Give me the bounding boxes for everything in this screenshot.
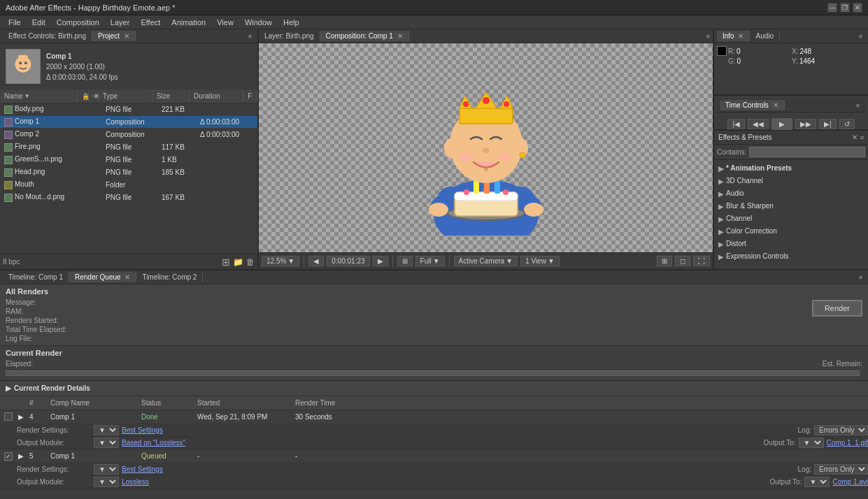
ep-expression-controls[interactable]: ▶ Expression Controls	[716, 249, 867, 262]
effects-presets-search-input[interactable]	[749, 147, 865, 157]
menu-view[interactable]: View	[211, 17, 239, 28]
effects-presets-close[interactable]: ✕	[852, 133, 858, 141]
new-folder-button[interactable]: 📁	[233, 257, 243, 267]
log-select-4[interactable]: Errors Only	[814, 425, 868, 435]
ep-3d-channel[interactable]: ▶ 3D Channel	[716, 174, 867, 187]
tab-project[interactable]: Project ✕	[92, 31, 136, 41]
table-row[interactable]: Head.png PNG file 185 KB	[0, 166, 257, 179]
table-row[interactable]: No Mout...d.png PNG file 167 KB	[0, 191, 257, 204]
table-row[interactable]: Body.png PNG file 221 KB	[0, 103, 257, 116]
table-row[interactable]: Fire.png PNG file 117 KB	[0, 141, 257, 154]
tab-layer[interactable]: Layer: Birth.png	[259, 31, 320, 41]
camera-dropdown[interactable]: Active Camera ▼	[454, 256, 518, 266]
tab-timeline-comp1[interactable]: Timeline: Comp 1	[3, 272, 69, 282]
output-module-link-4[interactable]: Based on "Lossless"	[122, 439, 185, 447]
tab-timeline-comp2[interactable]: Timeline: Comp 2	[136, 272, 203, 282]
table-row[interactable]: Comp 2 Composition Δ 0:00:03:00	[0, 129, 257, 141]
render-button[interactable]: Render	[812, 300, 862, 317]
table-row[interactable]: Mouth Folder	[0, 179, 257, 191]
time-controls-close[interactable]: ✕	[773, 101, 778, 109]
expand-row-5[interactable]: ▶	[18, 452, 24, 460]
effects-presets-menu[interactable]: ≡	[860, 134, 864, 141]
expand-row-4[interactable]: ▶	[18, 413, 24, 421]
panel-menu-icon[interactable]: ≡	[246, 33, 255, 40]
output-to-select-4[interactable]: ▼	[799, 437, 824, 448]
render-queue-close[interactable]: ✕	[124, 273, 130, 281]
tc-play[interactable]: ▶	[771, 118, 792, 130]
delete-item-button[interactable]: 🗑	[246, 257, 255, 267]
render-settings-link-5[interactable]: Best Settings	[122, 465, 163, 473]
menu-effect[interactable]: Effect	[135, 17, 166, 28]
add-item-button[interactable]: ⊞	[222, 256, 230, 268]
render-details-header[interactable]: ▶ Current Render Details	[0, 381, 868, 396]
menu-file[interactable]: File	[3, 17, 27, 28]
log-select-5[interactable]: Errors Only	[814, 464, 868, 475]
ep-channel[interactable]: ▶ Channel	[716, 212, 867, 224]
render-settings-select-4[interactable]: ▼	[94, 425, 119, 435]
render-settings-select-5[interactable]: ▼	[94, 464, 119, 475]
composition-viewer[interactable]	[259, 43, 713, 252]
tab-audio[interactable]: Audio	[750, 31, 780, 41]
restore-button[interactable]: ❐	[840, 3, 850, 13]
info-tab-close[interactable]: ✕	[738, 32, 744, 40]
tc-loop[interactable]: ↺	[839, 119, 855, 129]
ep-color-correction[interactable]: ▶ Color Correction	[716, 224, 867, 237]
project-tab-close[interactable]: ✕	[124, 32, 129, 40]
timecode-display[interactable]: 0:00:01:23	[327, 256, 369, 266]
col-started[interactable]: Started	[193, 398, 291, 407]
snap-button[interactable]: ⊞	[397, 256, 413, 266]
prev-frame-button[interactable]: ◀	[308, 256, 324, 266]
output-module-select-5[interactable]: ▼	[94, 477, 119, 487]
col-header-name[interactable]: Name ▼	[0, 91, 78, 101]
full-screen-button[interactable]: ⛶	[693, 256, 710, 266]
ep-audio[interactable]: ▶ Audio	[716, 187, 867, 199]
col-render-time[interactable]: Render Time	[291, 398, 361, 407]
output-to-link-4[interactable]: Comp 1_1.gif	[827, 439, 868, 447]
tc-next-frame[interactable]: ▶▶	[795, 119, 816, 129]
tab-render-queue[interactable]: Render Queue ✕	[69, 272, 136, 282]
menu-window[interactable]: Window	[239, 17, 278, 28]
next-frame-button[interactable]: ▶	[373, 256, 388, 266]
render-row-4[interactable]: ▶ 4 Comp 1 Done Wed, Sep 21, 8:09 PM 30 …	[0, 410, 868, 424]
views-dropdown[interactable]: 1 View ▼	[520, 256, 560, 266]
ep-animation-presets[interactable]: ▶ * Animation Presets	[716, 161, 867, 174]
output-module-link-5[interactable]: Lossless	[122, 478, 149, 486]
tab-effects-controls[interactable]: Effect Controls: Birth.png	[3, 31, 92, 41]
close-button[interactable]: ✕	[853, 3, 862, 13]
menu-animation[interactable]: Animation	[166, 17, 211, 28]
col-status[interactable]: Status	[137, 398, 193, 407]
render-check-5[interactable]	[4, 452, 13, 461]
col-header-type[interactable]: Type	[99, 91, 152, 101]
time-controls-menu[interactable]: ≡	[853, 102, 862, 109]
tab-composition[interactable]: Composition: Comp 1 ✕	[320, 31, 409, 41]
minimize-button[interactable]: —	[827, 3, 837, 13]
table-row[interactable]: GreenS...n.png PNG file 1 KB	[0, 154, 257, 166]
render-row-5[interactable]: ▶ 5 Comp 1 Queued - -	[0, 449, 868, 463]
tab-info[interactable]: Info ✕	[717, 31, 750, 41]
col-header-duration[interactable]: Duration	[190, 91, 243, 101]
output-to-select-5[interactable]: ▼	[804, 477, 830, 487]
output-to-link-5[interactable]: Comp 1.avi	[832, 478, 868, 486]
info-panel-menu[interactable]: ≡	[856, 33, 865, 40]
render-check-4[interactable]	[4, 412, 13, 421]
quality-dropdown[interactable]: Full ▼	[415, 256, 445, 266]
zoom-control[interactable]: 12.5% ▼	[262, 256, 299, 266]
tab-time-controls[interactable]: Time Controls ✕	[720, 100, 785, 110]
table-row[interactable]: Comp 1 Composition Δ 0:00:03:00	[0, 116, 257, 129]
menu-layer[interactable]: Layer	[105, 17, 136, 28]
output-module-select-4[interactable]: ▼	[94, 437, 119, 448]
tc-first-frame[interactable]: |◀	[727, 119, 745, 129]
ep-blur-sharpen[interactable]: ▶ Blur & Sharpen	[716, 199, 867, 212]
menu-edit[interactable]: Edit	[27, 17, 51, 28]
grid-button[interactable]: ⊞	[657, 256, 672, 266]
render-settings-link-4[interactable]: Best Settings	[122, 426, 163, 434]
bottom-panel-menu[interactable]: ≡	[856, 274, 865, 281]
tc-last-frame[interactable]: ▶|	[819, 119, 837, 129]
tc-prev-frame[interactable]: ◀◀	[748, 119, 769, 129]
col-comp-name[interactable]: Comp Name	[46, 398, 137, 407]
viewer-panel-menu[interactable]: ≡	[704, 33, 713, 40]
menu-composition[interactable]: Composition	[51, 17, 105, 28]
mask-button[interactable]: ◻	[675, 256, 690, 266]
comp-tab-close[interactable]: ✕	[397, 32, 403, 40]
menu-help[interactable]: Help	[278, 17, 305, 28]
